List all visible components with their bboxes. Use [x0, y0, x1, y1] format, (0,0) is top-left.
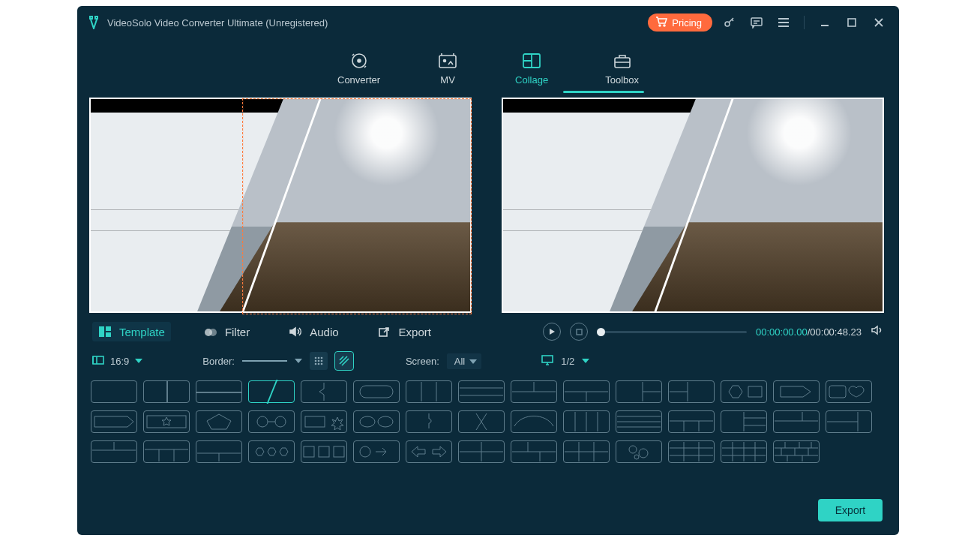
border-color-button[interactable] — [310, 352, 328, 370]
svg-rect-3 — [751, 18, 762, 26]
template-3x4[interactable] — [721, 440, 767, 463]
svg-point-19 — [315, 357, 317, 359]
svg-point-0 — [659, 25, 661, 26]
template-rounded-inset[interactable] — [353, 380, 400, 403]
mv-icon — [437, 52, 458, 70]
close-icon[interactable] — [869, 13, 889, 32]
template-3-rect[interactable] — [301, 440, 347, 463]
titlebar: VideoSolo Video Converter Ultimate (Unre… — [77, 6, 899, 39]
template-ovals[interactable] — [353, 410, 400, 433]
nav-label: Converter — [337, 74, 380, 86]
template-pentagon[interactable] — [196, 410, 242, 433]
toolbox-icon — [612, 52, 633, 70]
template-1x1[interactable] — [91, 380, 137, 403]
template-3row[interactable] — [458, 380, 505, 403]
template-flag[interactable] — [91, 410, 137, 433]
selection-frame[interactable] — [242, 98, 472, 314]
template-l-right[interactable] — [616, 380, 662, 403]
template-l-left[interactable] — [668, 380, 715, 403]
svg-point-36 — [378, 416, 393, 427]
feedback-icon[interactable] — [747, 13, 766, 32]
subtab-template[interactable]: Template — [92, 322, 171, 341]
collage-icon — [521, 52, 542, 70]
template-rect-burst[interactable] — [301, 410, 347, 433]
subtab-filter[interactable]: Filter — [198, 322, 256, 341]
nav-toolbox[interactable]: Toolbox — [605, 52, 639, 89]
chevron-down-icon — [295, 359, 302, 363]
seek-track[interactable] — [597, 331, 747, 333]
template-2x2-offset[interactable] — [511, 440, 557, 463]
menu-icon[interactable] — [774, 13, 793, 32]
template-4col[interactable] — [563, 410, 610, 433]
collage-edit-preview[interactable] — [89, 98, 472, 313]
template-puzzle[interactable] — [406, 410, 452, 433]
play-button[interactable] — [543, 323, 561, 341]
template-arc[interactable] — [511, 410, 557, 433]
svg-point-43 — [634, 455, 639, 459]
template-bubbles[interactable] — [616, 440, 662, 463]
template-4row[interactable] — [616, 410, 662, 433]
subtab-export[interactable]: Export — [372, 322, 437, 341]
svg-point-42 — [639, 449, 648, 458]
subtab-row: Template Filter Audio Export — [77, 313, 899, 344]
template-hex-rect[interactable] — [721, 380, 767, 403]
nav-collage[interactable]: Collage — [515, 52, 548, 89]
svg-point-32 — [257, 416, 268, 427]
template-cutout-left[interactable] — [301, 380, 347, 403]
preview-split-line — [503, 99, 883, 311]
border-style-selector[interactable] — [242, 359, 302, 363]
converter-icon — [349, 52, 370, 70]
template-corner[interactable] — [773, 410, 820, 433]
template-header-3[interactable] — [143, 440, 190, 463]
template-brick[interactable] — [773, 440, 820, 463]
svg-rect-13 — [106, 332, 111, 337]
template-split-h[interactable] — [196, 380, 242, 403]
svg-point-6 — [358, 59, 361, 62]
template-l-bottom[interactable] — [563, 380, 610, 403]
page-indicator[interactable]: 1/2 — [541, 355, 589, 368]
app-logo-icon — [88, 15, 100, 30]
svg-rect-12 — [106, 326, 111, 331]
template-l-top[interactable] — [511, 380, 557, 403]
template-3x3[interactable] — [668, 440, 715, 463]
nav-converter[interactable]: Converter — [337, 52, 380, 89]
template-double-arrow[interactable] — [406, 440, 452, 463]
template-cross-cut[interactable] — [458, 410, 505, 433]
svg-point-1 — [664, 25, 665, 26]
template-2x2[interactable] — [458, 440, 505, 463]
border-pattern-button[interactable] — [335, 352, 353, 370]
stop-button[interactable] — [570, 323, 588, 341]
chevron-down-icon — [469, 359, 477, 364]
template-split-v[interactable] — [143, 380, 190, 403]
template-star-rect[interactable] — [143, 410, 190, 433]
export-button[interactable]: Export — [818, 499, 883, 521]
template-bottom-split[interactable] — [196, 440, 242, 463]
output-preview — [502, 98, 884, 313]
volume-icon[interactable] — [871, 325, 884, 338]
maximize-icon[interactable] — [842, 13, 862, 32]
template-arrow[interactable] — [773, 380, 820, 403]
template-3-hex[interactable] — [248, 440, 295, 463]
svg-point-15 — [209, 329, 217, 336]
template-t-top[interactable] — [668, 410, 715, 433]
template-circle-arrow[interactable] — [353, 440, 400, 463]
key-icon[interactable] — [720, 13, 739, 32]
template-diagonal[interactable] — [248, 380, 295, 403]
svg-point-40 — [360, 446, 370, 457]
template-3col[interactable] — [406, 380, 452, 403]
screen-selector[interactable]: All — [447, 353, 481, 369]
template-top-split[interactable] — [91, 440, 137, 463]
aspect-ratio-selector[interactable]: 16:9 — [92, 355, 142, 368]
minimize-icon[interactable] — [815, 13, 835, 32]
template-t-left[interactable] — [721, 410, 767, 433]
seek-knob[interactable] — [597, 328, 605, 336]
template-heart-rect[interactable] — [826, 380, 872, 403]
template-two-circles[interactable] — [248, 410, 295, 433]
template-side-stack[interactable] — [826, 410, 872, 433]
subtab-audio[interactable]: Audio — [283, 322, 344, 341]
template-2x3[interactable] — [563, 440, 610, 463]
pricing-button[interactable]: Pricing — [648, 14, 712, 32]
player-controls: 00:00:00.00/00:00:48.23 — [543, 323, 884, 341]
export-icon — [378, 325, 391, 338]
nav-mv[interactable]: MV — [437, 52, 458, 89]
